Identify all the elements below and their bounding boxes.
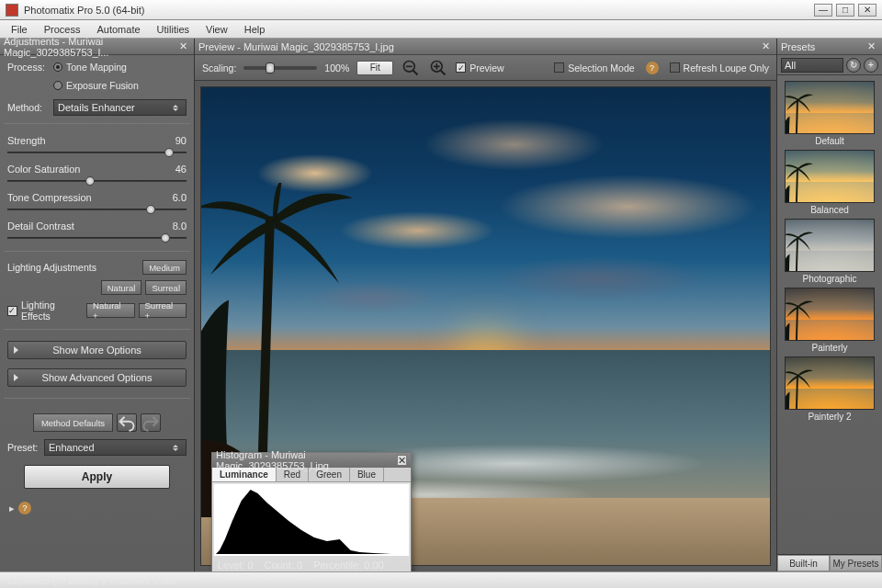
preview-close-icon[interactable]: ✕ [759, 40, 773, 52]
menu-help[interactable]: Help [237, 22, 273, 37]
show-advanced-options-button[interactable]: Show Advanced Options [7, 368, 187, 387]
strength-slider[interactable] [7, 147, 187, 158]
menu-process[interactable]: Process [37, 22, 88, 37]
scaling-slider[interactable] [243, 66, 317, 70]
status-bar: 1024x683 (771x536) 3 channels 8 bits [0, 571, 882, 588]
maximize-button[interactable]: □ [836, 4, 854, 17]
expand-icon[interactable]: ▸ [9, 503, 15, 514]
histogram-tab-blue[interactable]: Blue [350, 468, 384, 481]
status-text: 1024x683 (771x536) 3 channels 8 bits [6, 575, 177, 586]
lighting-medium-button[interactable]: Medium [142, 260, 187, 275]
selection-help-icon[interactable]: ? [646, 62, 659, 74]
presets-close-icon[interactable]: ✕ [865, 40, 878, 52]
preview-check-label: Preview [469, 62, 503, 74]
preset-item[interactable]: Balanced [783, 150, 876, 215]
tone-compression-value: 6.0 [173, 192, 187, 203]
refresh-loupe-checkbox[interactable] [670, 62, 680, 73]
lighting-surreal-plus-button[interactable]: Surreal + [139, 303, 187, 318]
minimize-button[interactable]: — [814, 4, 832, 17]
menu-automate[interactable]: Automate [89, 22, 147, 37]
preset-label: Balanced [810, 205, 849, 215]
presets-header: Presets ✕ [777, 39, 882, 55]
zoom-in-button[interactable] [428, 58, 448, 78]
histogram-stats: Level: 0 Count: 0 Percentile: 0.00 [212, 558, 411, 572]
undo-button[interactable] [117, 413, 137, 432]
preset-label: Painterly [812, 343, 848, 353]
histogram-header[interactable]: Histogram - Muriwai Magic_3029385753_l.j… [212, 453, 411, 468]
preview-header: Preview - Muriwai Magic_3029385753_l.jpg… [195, 39, 776, 55]
detail-contrast-value: 8.0 [173, 220, 187, 232]
apply-button[interactable]: Apply [24, 465, 170, 489]
color-saturation-value: 46 [175, 164, 187, 175]
tone-compression-slider[interactable] [7, 204, 187, 215]
adjustments-panel: Adjustments - Muriwai Magic_3029385753_l… [0, 39, 195, 571]
process-exposure-fusion-label: Exposure Fusion [66, 80, 139, 91]
preset-filter-select[interactable]: All [781, 58, 843, 73]
window-title: Photomatix Pro 5.0 (64-bit) [24, 5, 814, 16]
adjustments-title: Adjustments - Muriwai Magic_3029385753_l… [4, 36, 176, 58]
selection-mode-checkbox[interactable] [554, 62, 564, 73]
lighting-natural-plus-button[interactable]: Natural + [86, 303, 134, 318]
menu-file[interactable]: File [4, 22, 35, 37]
process-tone-mapping-radio[interactable] [53, 62, 62, 72]
detail-contrast-slider[interactable] [7, 232, 187, 243]
preset-item[interactable]: Default [783, 81, 876, 146]
tone-compression-label: Tone Compression [7, 192, 92, 203]
redo-button[interactable] [141, 413, 161, 432]
preset-label: Default [815, 136, 844, 146]
preset-add-button[interactable]: + [864, 58, 878, 73]
histogram-tab-red[interactable]: Red [277, 468, 309, 481]
selection-mode-label: Selection Mode [568, 62, 634, 74]
preset-thumbnail [785, 219, 875, 272]
color-saturation-slider-row: Color Saturation46 [7, 164, 187, 187]
preset-item[interactable]: Painterly [783, 288, 876, 353]
chevron-updown-icon [173, 443, 182, 452]
show-more-options-button[interactable]: Show More Options [7, 341, 187, 359]
preset-thumbnail [785, 356, 875, 410]
color-saturation-label: Color Saturation [7, 164, 81, 175]
method-value: Details Enhancer [58, 102, 135, 113]
adjustments-close-icon[interactable]: ✕ [176, 40, 190, 52]
preset-label: Preset: [7, 442, 44, 453]
histogram-tab-luminance[interactable]: Luminance [212, 468, 277, 481]
color-saturation-slider[interactable] [7, 175, 187, 187]
preset-select[interactable]: Enhanced [44, 439, 187, 456]
preset-thumbnail [785, 81, 875, 134]
strength-slider-row: Strength90 [7, 135, 187, 158]
adjustments-header: Adjustments - Muriwai Magic_3029385753_l… [0, 39, 194, 55]
preset-refresh-button[interactable]: ↻ [846, 58, 861, 73]
svg-line-1 [413, 70, 418, 74]
preset-list: DefaultBalancedPhotographicPainterlyPain… [777, 75, 882, 554]
preset-item[interactable]: Painterly 2 [783, 356, 876, 422]
presets-tab-builtin[interactable]: Built-in [777, 555, 830, 571]
detail-contrast-slider-row: Detail Contrast8.0 [7, 220, 187, 243]
lighting-effects-checkbox[interactable]: ✓ [7, 306, 17, 316]
refresh-loupe-label: Refresh Loupe Only [684, 62, 769, 74]
process-label: Process: [7, 62, 53, 73]
histogram-close-icon[interactable]: ✕ [397, 455, 407, 466]
preset-label: Photographic [803, 274, 857, 284]
lighting-surreal-button[interactable]: Surreal [145, 280, 187, 295]
lighting-effects-label: Lighting Effects [21, 300, 86, 322]
fit-button[interactable]: Fit [356, 61, 393, 75]
menu-view[interactable]: View [198, 22, 235, 37]
menu-utilities[interactable]: Utilities [150, 22, 197, 37]
histogram-panel[interactable]: Histogram - Muriwai Magic_3029385753_l.j… [211, 452, 412, 573]
preview-toolbar: Scaling: 100% Fit ✓Preview Selection Mod… [195, 55, 776, 81]
zoom-out-button[interactable] [401, 58, 421, 78]
method-defaults-button[interactable]: Method Defaults [33, 413, 113, 432]
preview-checkbox[interactable]: ✓ [456, 62, 466, 73]
chevron-right-icon [14, 346, 18, 354]
help-icon[interactable]: ? [18, 502, 31, 514]
method-select[interactable]: Details Enhancer [53, 99, 187, 116]
process-exposure-fusion-radio[interactable] [53, 81, 62, 90]
app-icon [6, 4, 18, 17]
strength-label: Strength [7, 135, 46, 146]
lighting-natural-button[interactable]: Natural [101, 280, 142, 295]
detail-contrast-label: Detail Contrast [7, 220, 74, 232]
histogram-tab-green[interactable]: Green [309, 468, 350, 481]
preset-item[interactable]: Photographic [783, 219, 876, 284]
close-button[interactable]: ✕ [858, 4, 876, 17]
presets-tab-my[interactable]: My Presets [830, 555, 882, 571]
preset-thumbnail [785, 150, 875, 203]
